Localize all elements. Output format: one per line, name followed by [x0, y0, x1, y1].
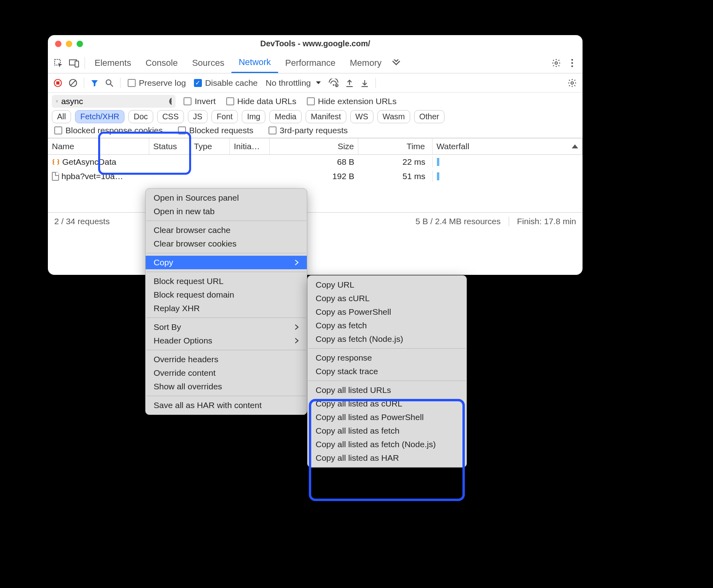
third-party-checkbox[interactable]: 3rd-party requests	[266, 126, 350, 135]
filter-pill-other[interactable]: Other	[414, 110, 444, 123]
titlebar: DevTools - www.google.com/	[48, 35, 583, 53]
menu-item[interactable]: Block request URL	[146, 274, 307, 288]
blocked-cookies-checkbox[interactable]: Blocked response cookies	[52, 126, 165, 135]
waterfall-bar	[437, 158, 439, 166]
menu-item[interactable]: Block request domain	[146, 288, 307, 302]
menu-item[interactable]: Copy all listed as HAR	[308, 451, 466, 465]
search-icon[interactable]	[103, 77, 115, 89]
menu-item[interactable]: Copy as fetch	[308, 319, 466, 332]
filter-pill-all[interactable]: All	[52, 110, 71, 123]
svg-point-17	[571, 82, 573, 84]
filter-bar: Invert Hide data URLs Hide extension URL…	[48, 93, 583, 138]
col-size[interactable]: Size	[270, 138, 358, 154]
record-button[interactable]	[52, 77, 64, 89]
menu-item[interactable]: Override headers	[146, 353, 307, 366]
col-name[interactable]: Name	[48, 138, 149, 154]
network-settings-gear-icon[interactable]	[566, 77, 579, 89]
col-time[interactable]: Time	[358, 138, 433, 154]
filter-pill-img[interactable]: Img	[242, 110, 265, 123]
menu-item[interactable]: Copy all listed as PowerShell	[308, 410, 466, 424]
filter-input[interactable]	[61, 97, 166, 106]
kebab-menu-icon[interactable]	[564, 55, 580, 71]
filter-pill-wasm[interactable]: Wasm	[377, 110, 410, 123]
svg-line-10	[71, 81, 75, 85]
menu-item[interactable]: Header Options	[146, 334, 307, 347]
network-conditions-icon[interactable]	[327, 77, 340, 89]
preserve-log-checkbox[interactable]: Preserve log	[125, 78, 188, 88]
menu-item[interactable]: Replay XHR	[146, 302, 307, 315]
svg-point-18	[169, 97, 172, 105]
filter-pill-fetchxhr[interactable]: Fetch/XHR	[75, 110, 124, 123]
menu-item[interactable]: Copy URL	[308, 278, 466, 292]
col-waterfall[interactable]: Waterfall	[433, 138, 583, 154]
svg-point-6	[571, 65, 573, 67]
more-tabs-icon[interactable]	[389, 59, 404, 67]
inspect-element-icon[interactable]	[50, 55, 66, 71]
col-type[interactable]: Type	[190, 138, 230, 154]
menu-item[interactable]: Copy all listed URLs	[308, 383, 466, 397]
menu-item[interactable]: Clear browser cookies	[146, 237, 307, 251]
filter-pill-doc[interactable]: Doc	[128, 110, 153, 123]
menu-item[interactable]: Override content	[146, 366, 307, 380]
filter-pill-ws[interactable]: WS	[350, 110, 373, 123]
clear-button[interactable]	[67, 77, 79, 89]
menu-item[interactable]: Copy all listed as fetch	[308, 424, 466, 438]
fullscreen-icon[interactable]	[77, 41, 83, 47]
context-menu: Open in Sources panelOpen in new tabClea…	[145, 188, 307, 415]
clear-filter-icon[interactable]	[169, 97, 172, 106]
blocked-requests-checkbox[interactable]: Blocked requests	[176, 126, 256, 135]
tab-network[interactable]: Network	[231, 53, 278, 73]
menu-item[interactable]: Open in new tab	[146, 205, 307, 218]
invert-checkbox[interactable]: Invert	[181, 97, 218, 106]
filter-pill-manifest[interactable]: Manifest	[306, 110, 346, 123]
throttling-select[interactable]: No throttling	[263, 78, 324, 88]
chevron-right-icon	[295, 338, 299, 343]
close-icon[interactable]	[55, 41, 61, 47]
menu-item[interactable]: Open in Sources panel	[146, 191, 307, 205]
tab-performance[interactable]: Performance	[278, 53, 343, 73]
tab-memory[interactable]: Memory	[343, 53, 389, 73]
filter-pill-media[interactable]: Media	[269, 110, 301, 123]
minimize-icon[interactable]	[66, 41, 72, 47]
table-row[interactable]: GetAsyncData68 B22 ms	[48, 155, 583, 169]
svg-rect-2	[75, 61, 79, 67]
hide-data-urls-checkbox[interactable]: Hide data URLs	[224, 97, 299, 106]
svg-point-13	[333, 84, 334, 86]
devtools-window: DevTools - www.google.com/ ElementsConso…	[48, 35, 583, 275]
type-filter-pills: AllFetch/XHRDocCSSJSFontImgMediaManifest…	[52, 110, 579, 123]
download-har-icon[interactable]	[359, 77, 371, 89]
menu-item[interactable]: Copy	[146, 256, 307, 269]
disable-cache-checkbox[interactable]: ✓Disable cache	[192, 78, 260, 88]
filter-pill-css[interactable]: CSS	[157, 110, 184, 123]
preserve-log-label: Preserve log	[139, 78, 186, 88]
svg-point-4	[571, 59, 573, 60]
menu-item[interactable]: Save all as HAR with content	[146, 399, 307, 412]
menu-item[interactable]: Copy as PowerShell	[308, 305, 466, 319]
filter-pill-font[interactable]: Font	[211, 110, 238, 123]
menu-item[interactable]: Copy response	[308, 351, 466, 365]
tab-console[interactable]: Console	[138, 53, 185, 73]
tab-sources[interactable]: Sources	[185, 53, 231, 73]
settings-gear-icon[interactable]	[548, 55, 564, 71]
menu-item[interactable]: Copy as cURL	[308, 292, 466, 305]
hide-extension-urls-checkbox[interactable]: Hide extension URLs	[304, 97, 399, 106]
menu-item[interactable]: Show all overrides	[146, 380, 307, 393]
menu-item[interactable]: Clear browser cache	[146, 223, 307, 237]
tab-elements[interactable]: Elements	[87, 53, 138, 73]
table-row[interactable]: hpba?vet=10a…192 B51 ms	[48, 169, 583, 184]
filter-pill-js[interactable]: JS	[188, 110, 207, 123]
file-icon	[52, 172, 59, 181]
device-toolbar-icon[interactable]	[66, 55, 82, 71]
svg-point-3	[555, 62, 557, 64]
chevron-right-icon	[295, 260, 299, 265]
sort-asc-icon	[572, 144, 578, 148]
filter-icon[interactable]	[89, 77, 100, 89]
menu-item[interactable]: Copy all listed as fetch (Node.js)	[308, 438, 466, 451]
menu-item[interactable]: Copy all listed as cURL	[308, 397, 466, 410]
menu-item[interactable]: Copy stack trace	[308, 365, 466, 378]
menu-item[interactable]: Copy as fetch (Node.js)	[308, 332, 466, 346]
col-status[interactable]: Status	[149, 138, 190, 154]
upload-har-icon[interactable]	[344, 77, 356, 89]
menu-item[interactable]: Sort By	[146, 320, 307, 334]
col-initiator[interactable]: Initia…	[230, 138, 270, 154]
